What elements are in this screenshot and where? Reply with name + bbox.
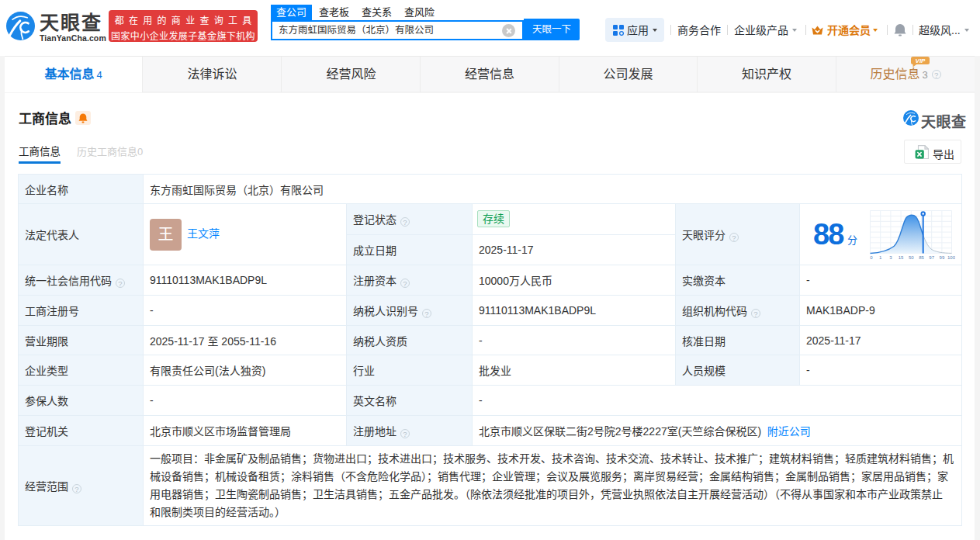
svg-text:VIP: VIP xyxy=(916,57,926,64)
svg-text:100: 100 xyxy=(947,255,955,260)
svg-text:3: 3 xyxy=(889,255,892,260)
svg-text:85: 85 xyxy=(919,255,924,260)
svg-text:0: 0 xyxy=(870,255,873,260)
svg-text:97: 97 xyxy=(929,255,934,260)
svg-text:1: 1 xyxy=(879,255,882,260)
svg-text:15: 15 xyxy=(899,255,904,260)
svg-text:50: 50 xyxy=(909,255,914,260)
svg-text:99: 99 xyxy=(940,255,945,260)
